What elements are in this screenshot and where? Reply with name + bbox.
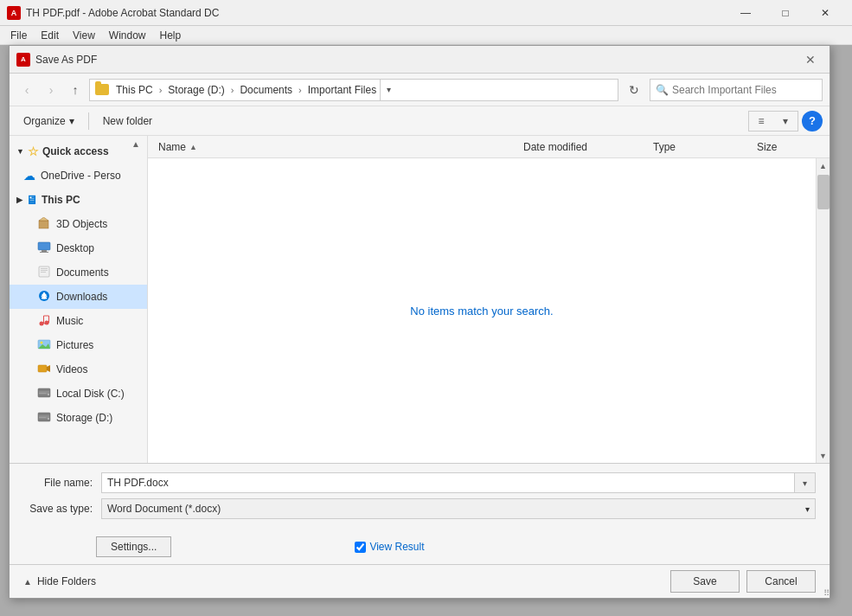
breadcrumb-sep-2: › bbox=[231, 85, 234, 95]
svg-rect-2 bbox=[38, 242, 50, 250]
folder-icon bbox=[95, 84, 109, 95]
sidebar-onedrive-label: OneDrive - Perso bbox=[41, 170, 121, 182]
sidebar-3dobjects-label: 3D Objects bbox=[56, 218, 107, 230]
savetype-dropdown-icon: ▾ bbox=[805, 504, 810, 514]
view-result-checkbox[interactable] bbox=[355, 542, 366, 553]
titlebar: A TH PDF.pdf - Adobe Acrobat Standard DC… bbox=[0, 0, 852, 26]
onedrive-icon: ☁ bbox=[23, 169, 35, 183]
file-list-area: Name ▲ Date modified Type Size No items … bbox=[148, 136, 830, 463]
scroll-down-button[interactable]: ▼ bbox=[817, 448, 830, 463]
menu-file[interactable]: File bbox=[3, 28, 34, 43]
videos-icon bbox=[37, 363, 51, 377]
3dobjects-icon bbox=[37, 217, 51, 232]
scroll-up-button[interactable]: ▲ bbox=[817, 158, 830, 173]
sidebar-this-pc-label: This PC bbox=[42, 194, 80, 206]
resize-handle[interactable]: ⠿ bbox=[816, 584, 830, 598]
sidebar-item-3dobjects[interactable]: 3D Objects bbox=[10, 212, 147, 236]
sidebar-documents-label: Documents bbox=[56, 266, 109, 279]
toolbar: Organize ▾ New folder ≡ ▾ ? bbox=[10, 106, 830, 136]
app-icon: A bbox=[7, 6, 21, 20]
svg-point-30 bbox=[48, 418, 49, 420]
organize-button[interactable]: Organize ▾ bbox=[16, 111, 81, 132]
dialog-footer: ▲ Hide Folders Save Cancel bbox=[10, 564, 830, 598]
save-as-dialog: A Save As PDF ✕ ‹ › ↑ This PC › Storage … bbox=[9, 45, 830, 599]
address-bar[interactable]: This PC › Storage (D:) › Documents › Imp… bbox=[89, 79, 618, 101]
breadcrumb-importantfiles: Important Files bbox=[308, 84, 376, 96]
sidebar-item-documents[interactable]: Documents bbox=[10, 260, 147, 285]
maximize-button[interactable]: □ bbox=[766, 0, 805, 26]
main-area: ▲ ▼ ☆ Quick access ☁ OneDrive - Perso ▶ … bbox=[10, 136, 830, 463]
window-controls: — □ ✕ bbox=[726, 0, 845, 26]
svg-point-13 bbox=[40, 321, 44, 325]
quick-access-icon: ☆ bbox=[28, 144, 39, 158]
minimize-button[interactable]: — bbox=[726, 0, 766, 26]
col-date-header[interactable]: Date modified bbox=[520, 136, 650, 157]
cancel-button[interactable]: Cancel bbox=[746, 570, 816, 593]
pictures-icon bbox=[37, 338, 51, 353]
sort-arrow-icon: ▲ bbox=[189, 143, 197, 151]
sidebar-item-desktop[interactable]: Desktop bbox=[10, 236, 147, 260]
help-button[interactable]: ? bbox=[802, 111, 823, 132]
new-folder-button[interactable]: New folder bbox=[96, 111, 159, 132]
search-icon: 🔍 bbox=[656, 84, 669, 96]
sidebar-item-videos[interactable]: Videos bbox=[10, 357, 147, 382]
hide-folders-button[interactable]: Hide Folders bbox=[37, 575, 96, 587]
sidebar-item-localdisk[interactable]: Local Disk (C:) bbox=[10, 382, 147, 406]
dialog-close-button[interactable]: ✕ bbox=[798, 50, 823, 69]
breadcrumb-sep-3: › bbox=[298, 85, 302, 95]
back-button[interactable]: ‹ bbox=[16, 80, 37, 100]
up-button[interactable]: ↑ bbox=[65, 80, 86, 100]
svg-rect-8 bbox=[41, 272, 46, 273]
refresh-button[interactable]: ↻ bbox=[622, 79, 646, 101]
filename-dropdown-button[interactable]: ▾ bbox=[795, 472, 816, 493]
scrollbar-thumb[interactable] bbox=[817, 175, 830, 209]
search-box[interactable]: 🔍 bbox=[650, 79, 823, 101]
menu-edit[interactable]: Edit bbox=[34, 28, 66, 43]
column-headers: Name ▲ Date modified Type Size bbox=[148, 136, 830, 158]
file-list-body: No items match your search. ▲ ▼ bbox=[148, 158, 830, 463]
search-input[interactable] bbox=[672, 84, 817, 96]
view-list-button[interactable]: ≡ bbox=[749, 112, 773, 131]
sidebar-item-music[interactable]: Music bbox=[10, 309, 147, 333]
hide-folders-bar: ▲ Hide Folders bbox=[23, 575, 670, 587]
col-size-header[interactable]: Size bbox=[753, 136, 823, 157]
sidebar-item-downloads[interactable]: Downloads bbox=[10, 285, 147, 309]
sidebar: ▲ ▼ ☆ Quick access ☁ OneDrive - Perso ▶ … bbox=[10, 136, 148, 463]
filename-input[interactable] bbox=[101, 472, 795, 493]
dialog-title: Save As PDF bbox=[35, 54, 798, 66]
menubar: File Edit View Window Help bbox=[0, 26, 852, 45]
window-close-button[interactable]: ✕ bbox=[805, 0, 845, 26]
menu-window[interactable]: Window bbox=[102, 28, 153, 43]
svg-marker-1 bbox=[39, 217, 48, 221]
forward-button[interactable]: › bbox=[41, 80, 61, 100]
svg-rect-27 bbox=[39, 393, 46, 394]
music-icon bbox=[37, 314, 51, 329]
save-cancel-area: Save Cancel bbox=[670, 570, 816, 593]
menu-help[interactable]: Help bbox=[153, 28, 189, 43]
menu-view[interactable]: View bbox=[66, 28, 102, 43]
sidebar-pictures-label: Pictures bbox=[56, 339, 93, 351]
sidebar-this-pc-header[interactable]: ▶ 🖥 This PC bbox=[10, 188, 147, 212]
svg-rect-22 bbox=[38, 365, 47, 372]
sidebar-quick-access-header[interactable]: ▼ ☆ Quick access bbox=[10, 139, 147, 164]
svg-rect-6 bbox=[41, 268, 48, 269]
chevron-right-icon: ▶ bbox=[16, 196, 22, 204]
filename-label: File name: bbox=[23, 477, 101, 489]
svg-rect-4 bbox=[40, 252, 48, 253]
col-name-header[interactable]: Name ▲ bbox=[155, 136, 520, 157]
view-result-label[interactable]: View Result bbox=[369, 541, 424, 553]
sidebar-item-pictures[interactable]: Pictures bbox=[10, 333, 147, 357]
sidebar-item-onedrive[interactable]: ☁ OneDrive - Perso bbox=[10, 164, 147, 188]
savetype-select[interactable]: Word Document (*.docx) ▾ bbox=[101, 498, 816, 519]
settings-button[interactable]: Settings... bbox=[96, 536, 171, 557]
sidebar-item-storage[interactable]: Storage (D:) bbox=[10, 406, 147, 430]
svg-point-20 bbox=[41, 341, 43, 343]
svg-rect-3 bbox=[42, 250, 47, 252]
save-button[interactable]: Save bbox=[670, 570, 740, 593]
address-dropdown-button[interactable]: ▾ bbox=[380, 79, 397, 101]
downloads-icon bbox=[37, 290, 51, 305]
view-dropdown-button[interactable]: ▾ bbox=[773, 112, 798, 131]
scroll-up-indicator: ▲ bbox=[131, 139, 140, 149]
col-type-header[interactable]: Type bbox=[650, 136, 753, 157]
dialog-titlebar: A Save As PDF ✕ bbox=[10, 46, 830, 74]
